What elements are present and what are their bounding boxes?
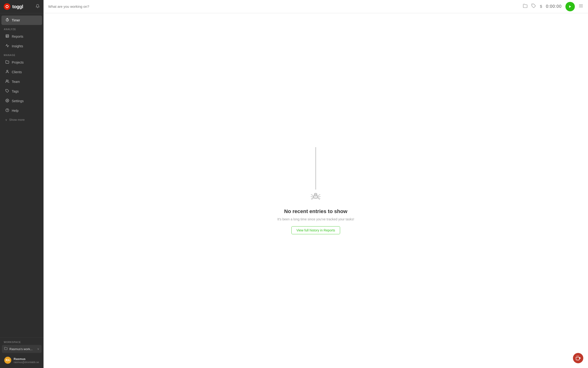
clients-label: Clients [12, 70, 22, 74]
sidebar-item-help[interactable]: Help [1, 106, 42, 115]
tags-icon [5, 89, 9, 94]
user-info: Rasmus rasmus@dromlabb.se [14, 357, 39, 364]
workspace-chevron-icon: ∨ [37, 347, 39, 350]
svg-point-21 [316, 194, 316, 194]
folder-icon[interactable] [523, 4, 527, 9]
search-input[interactable] [48, 4, 520, 9]
sidebar-item-projects[interactable]: Projects [1, 58, 42, 67]
svg-point-20 [315, 194, 316, 194]
reports-label: Reports [12, 35, 23, 38]
settings-label: Settings [12, 99, 24, 103]
spider-illustration [308, 190, 323, 201]
help-icon [5, 108, 9, 113]
help-label: Help [12, 109, 18, 112]
projects-icon [5, 60, 9, 65]
tag-topbar-icon[interactable] [531, 4, 536, 9]
sidebar-item-tags[interactable]: Tags [1, 87, 42, 96]
team-label: Team [12, 80, 20, 83]
show-more-label: Show more [9, 118, 25, 121]
sidebar-item-timer[interactable]: Timer [1, 16, 42, 25]
section-analyze-label: ANALYZE [0, 25, 44, 32]
workspace-name: Rasmus's work... [9, 347, 35, 351]
view-history-button[interactable]: View full history in Reports [291, 226, 340, 234]
svg-point-19 [314, 193, 317, 196]
empty-title: No recent entries to show [284, 208, 347, 214]
svg-marker-14 [569, 5, 571, 8]
sidebar-item-reports[interactable]: Reports [1, 32, 42, 41]
spider-container [308, 147, 323, 201]
insights-icon [5, 44, 9, 48]
topbar: $ 0:00:00 [44, 0, 588, 13]
sidebar-item-team[interactable]: Team [1, 77, 42, 86]
user-name: Rasmus [14, 357, 39, 361]
toggl-logo-icon [4, 3, 10, 10]
bell-icon[interactable] [35, 4, 40, 9]
sidebar-item-clients[interactable]: Clients [1, 67, 42, 77]
svg-point-7 [7, 70, 8, 71]
sidebar-item-settings[interactable]: Settings [1, 96, 42, 106]
user-email: rasmus@dromlabb.se [14, 361, 39, 364]
support-badge[interactable] [573, 353, 583, 363]
svg-point-10 [7, 100, 8, 101]
insights-label: Insights [12, 44, 23, 48]
svg-point-8 [6, 80, 7, 81]
show-more-item[interactable]: ∨ Show more [1, 116, 42, 124]
workspace-section-label: WORKSPACE [2, 340, 42, 345]
chevron-down-icon: ∨ [5, 118, 7, 121]
sidebar-footer: WORKSPACE Rasmus's work... ∨ RA Rasmus r… [0, 337, 44, 368]
empty-subtitle: It's been a long time since you've track… [277, 217, 354, 221]
timer-icon [5, 18, 9, 23]
dollar-icon[interactable]: $ [540, 4, 542, 9]
settings-icon [5, 99, 9, 103]
svg-rect-3 [6, 35, 9, 37]
timer-label: Timer [12, 18, 20, 22]
main-panel: $ 0:00:00 [44, 0, 588, 368]
empty-state: No recent entries to show It's been a lo… [277, 147, 354, 234]
play-button[interactable] [565, 2, 575, 11]
avatar: RA [4, 357, 11, 364]
topbar-actions: $ 0:00:00 [523, 2, 583, 11]
svg-line-26 [318, 194, 320, 196]
nav-section: Timer ANALYZE Reports Insights MANAGE [0, 13, 44, 337]
user-area[interactable]: RA Rasmus rasmus@dromlabb.se [2, 355, 42, 366]
clients-icon [5, 70, 9, 74]
logo-area[interactable]: toggl [4, 3, 23, 10]
sidebar-item-insights[interactable]: Insights [1, 41, 42, 51]
section-manage-label: MANAGE [0, 51, 44, 57]
tags-label: Tags [12, 90, 19, 93]
timer-display: 0:00:00 [546, 4, 562, 9]
main-content: No recent entries to show It's been a lo… [44, 13, 588, 368]
svg-line-22 [311, 194, 314, 196]
projects-label: Projects [12, 61, 24, 64]
logo-text: toggl [12, 4, 23, 9]
workspace-selector[interactable]: Rasmus's work... ∨ [2, 345, 42, 353]
workspace-folder-icon [4, 347, 8, 351]
team-icon [5, 79, 9, 84]
menu-icon[interactable] [579, 4, 583, 9]
reports-icon [5, 34, 9, 39]
sidebar: toggl Timer ANALYZE [0, 0, 44, 368]
sidebar-header: toggl [0, 0, 44, 13]
